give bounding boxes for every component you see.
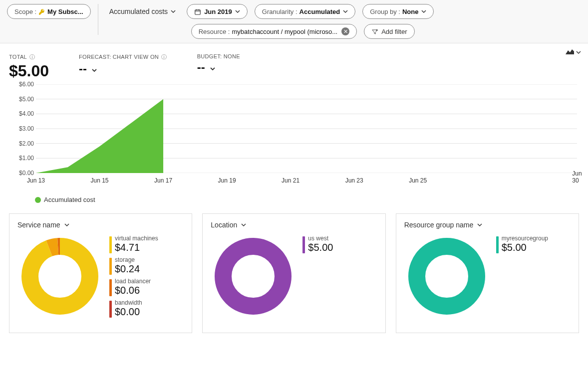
filter-bar: Scope : My Subsc... Accumulated costs Ju… — [0, 0, 588, 43]
chevron-down-icon — [343, 8, 348, 15]
info-icon[interactable]: ⓘ — [29, 54, 35, 60]
legend-item-value: $5.00 — [308, 242, 333, 253]
chevron-down-icon[interactable] — [210, 60, 215, 74]
chart-x-tick: Jun 23 — [345, 177, 363, 184]
legend-item: storage $0.24 — [109, 256, 158, 275]
view-dropdown[interactable]: Accumulated costs — [105, 4, 180, 19]
chart-y-tick: $1.00 — [9, 155, 34, 162]
chart-x-tick: Jun 15 — [91, 177, 109, 184]
chart-x-tick: Jun 19 — [218, 177, 236, 184]
chevron-down-icon[interactable] — [92, 62, 97, 76]
add-filter-label: Add filter — [381, 28, 407, 35]
card-title-label: Service name — [17, 221, 60, 229]
kpi-budget: BUDGET: NONE -- — [197, 53, 240, 74]
period-picker[interactable]: Jun 2019 — [187, 4, 248, 19]
resource-value: mybatchaccount / mypool (microso... — [232, 28, 338, 35]
legend-swatch — [109, 258, 112, 275]
legend-label: Accumulated cost — [44, 196, 95, 203]
legend-swatch — [109, 279, 112, 296]
card-title-label: Location — [211, 221, 237, 229]
chart-x-tick: Jun 25 — [409, 177, 427, 184]
clear-filter-icon[interactable]: ✕ — [341, 27, 349, 35]
chart-y-tick: $3.00 — [9, 125, 34, 132]
card-body: virtual machines $4.71 storage $0.24 — [17, 234, 184, 319]
legend-item-value: $0.00 — [115, 306, 142, 318]
chevron-down-icon — [64, 221, 69, 229]
breakdown-card: Resource group name myresourcegroup $5.0… — [396, 213, 579, 333]
legend-swatch — [109, 236, 112, 253]
info-icon[interactable]: ⓘ — [161, 54, 167, 60]
kpi-budget-label: BUDGET: NONE — [197, 53, 240, 59]
kpi-total: TOTAL ⓘ $5.00 — [9, 53, 49, 80]
chevron-down-icon — [477, 221, 482, 229]
chart-y-tick: $0.00 — [9, 170, 34, 177]
legend-item-value: $5.00 — [502, 242, 548, 253]
chart-type-toggle[interactable] — [565, 48, 581, 57]
area-chart-icon — [565, 48, 575, 57]
legend-list: us west $5.00 — [302, 235, 333, 253]
scope-section: Scope : My Subsc... — [7, 4, 98, 35]
filter-row-2: Resource : mybatchaccount / mypool (micr… — [105, 24, 434, 39]
legend-item: myresourcegroup $5.00 — [496, 235, 548, 253]
filters-section: Accumulated costs Jun 2019 Granularity :… — [98, 4, 434, 39]
card-title-dropdown[interactable]: Location — [211, 221, 246, 229]
view-label: Accumulated costs — [109, 7, 168, 15]
scope-value: My Subsc... — [47, 8, 83, 15]
kpi-total-value: $5.00 — [9, 62, 49, 80]
chart-x-tick: Jun 17 — [154, 177, 172, 184]
legend-item: load balancer $0.06 — [109, 278, 158, 296]
card-body: myresourcegroup $5.00 — [404, 234, 571, 319]
legend-item-name: bandwidth — [115, 299, 142, 306]
granularity-picker[interactable]: Granularity : Accumulated — [255, 4, 355, 19]
legend-swatch — [302, 236, 305, 253]
legend-item-value: $4.71 — [115, 242, 158, 253]
chevron-down-icon — [235, 8, 240, 15]
svg-rect-0 — [195, 10, 201, 14]
resource-label: Resource : — [199, 28, 230, 35]
kpi-forecast-label: FORECAST: CHART VIEW ON — [79, 54, 159, 60]
groupby-picker[interactable]: Group by : None — [362, 4, 434, 19]
key-icon — [38, 7, 45, 15]
chart-y-tick: $2.00 — [9, 140, 34, 147]
granularity-value: Accumulated — [299, 8, 340, 15]
chart-y-tick: $4.00 — [9, 110, 34, 117]
add-filter-button[interactable]: Add filter — [364, 24, 414, 39]
legend-item-name: virtual machines — [115, 235, 158, 242]
card-title-dropdown[interactable]: Resource group name — [404, 221, 483, 229]
card-body: us west $5.00 — [211, 234, 377, 319]
chart-legend: Accumulated cost — [35, 196, 588, 203]
scope-picker[interactable]: Scope : My Subsc... — [7, 4, 91, 19]
legend-item-name: storage — [115, 256, 140, 263]
kpi-forecast-value: -- — [79, 62, 87, 76]
legend-list: myresourcegroup $5.00 — [496, 235, 548, 253]
scope-label: Scope : — [14, 8, 36, 15]
svg-point-13 — [417, 246, 477, 306]
kpi-row: TOTAL ⓘ $5.00 FORECAST: CHART VIEW ON ⓘ … — [0, 43, 588, 84]
chart-y-tick: $6.00 — [9, 81, 34, 88]
legend-swatch — [35, 197, 41, 203]
groupby-value: None — [402, 8, 419, 15]
chart-x-tick: Jun 30 — [572, 170, 582, 184]
granularity-label: Granularity : — [262, 8, 297, 15]
legend-swatch — [496, 236, 499, 253]
legend-item-name: load balancer — [115, 278, 151, 285]
card-title-dropdown[interactable]: Service name — [17, 221, 69, 229]
calendar-icon — [194, 7, 201, 15]
legend-item-name: us west — [308, 235, 333, 242]
legend-item: virtual machines $4.71 — [109, 235, 158, 253]
donut-chart — [211, 234, 295, 319]
legend-swatch — [109, 301, 112, 318]
resource-filter[interactable]: Resource : mybatchaccount / mypool (micr… — [191, 24, 357, 39]
breakdown-cards: Service name virtual machines $4.71 — [0, 203, 588, 333]
card-title-label: Resource group name — [404, 221, 474, 229]
chevron-down-icon — [576, 49, 581, 56]
legend-item-value: $0.06 — [115, 285, 151, 296]
filter-row-1: Accumulated costs Jun 2019 Granularity :… — [105, 4, 434, 19]
chevron-down-icon — [171, 7, 176, 15]
breakdown-card: Service name virtual machines $4.71 — [9, 213, 192, 333]
donut-chart — [17, 234, 102, 319]
legend-item: bandwidth $0.00 — [109, 299, 158, 318]
chart-x-tick: Jun 13 — [27, 177, 45, 184]
chevron-down-icon — [421, 8, 426, 15]
breakdown-card: Location us west $5.00 — [202, 213, 385, 333]
